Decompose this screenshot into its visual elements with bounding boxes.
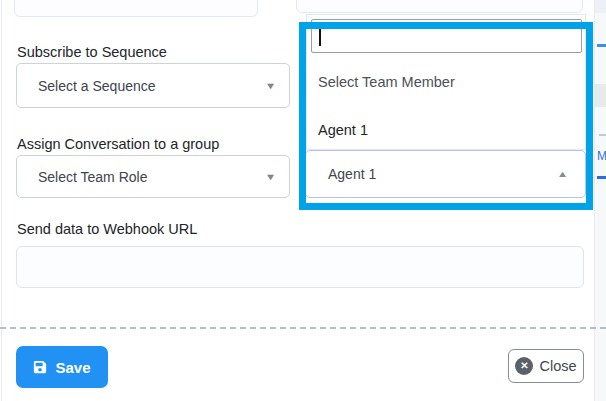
team-member-search-input[interactable] [311,19,582,53]
close-x-icon: ✕ [515,357,533,375]
edge-fragment-block [595,84,606,107]
team-member-dropdown-menu: Select Team Member Agent 1 [306,14,586,150]
team-member-select[interactable]: Agent 1 ▲ [305,150,586,198]
edge-fragment-dash [599,134,606,136]
chevron-down-icon: ▼ [265,81,277,91]
assign-group-label: Assign Conversation to a group [17,136,219,152]
modal-left-border [1,0,2,401]
chevron-up-icon: ▲ [557,169,569,179]
webhook-url-input[interactable] [16,246,584,288]
edge-fragment-block [595,0,606,13]
close-button[interactable]: ✕ Close [508,349,584,383]
webhook-url-label: Send data to Webhook URL [17,221,197,237]
close-button-label: Close [539,358,576,374]
edge-fragment-text: M [597,149,606,163]
team-member-select-value: Agent 1 [328,166,376,182]
dropdown-option-agent-1[interactable]: Agent 1 [318,122,368,138]
save-button-label: Save [55,359,90,376]
footer-divider [0,327,606,329]
save-disk-icon [33,360,47,374]
modal-dialog: Subscribe to Sequence Select a Sequence … [0,0,606,401]
team-role-select-value: Select Team Role [38,169,147,185]
top-right-field-cutoff[interactable] [296,0,583,13]
edge-fragment-dash [597,176,606,179]
save-button[interactable]: Save [16,346,108,388]
text-cursor [319,26,321,46]
sequence-select-value: Select a Sequence [38,78,156,94]
team-role-select[interactable]: Select Team Role ▼ [16,155,290,198]
top-left-field-cutoff[interactable] [14,0,258,17]
dropdown-option-select-team-member[interactable]: Select Team Member [318,74,455,90]
background-page-strip [595,0,606,401]
subscribe-sequence-label: Subscribe to Sequence [17,44,167,60]
chevron-down-icon: ▼ [265,172,277,182]
edge-fragment-dash [597,44,606,47]
sequence-select[interactable]: Select a Sequence ▼ [16,63,290,108]
